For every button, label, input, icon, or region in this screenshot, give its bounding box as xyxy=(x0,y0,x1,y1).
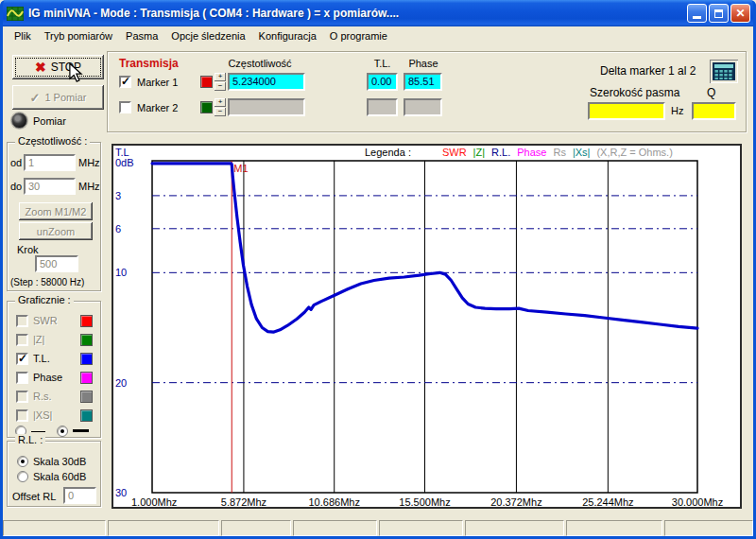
menu-opcje-sledzenia[interactable]: Opcje śledzenia xyxy=(164,28,251,43)
marker1-color-swatch xyxy=(200,76,213,88)
marker1-frequency-field[interactable]: 5.234000 xyxy=(228,73,305,91)
maximize-button[interactable] xyxy=(709,4,729,23)
step-input[interactable]: 500 xyxy=(35,255,78,272)
x-tick-label: 10.686Mhz xyxy=(308,496,359,507)
app-window: IG miniVNA - Mode : Transmisja ( COM4 : … xyxy=(0,0,756,539)
marker2-color-swatch xyxy=(200,101,213,113)
title-bar[interactable]: IG miniVNA - Mode : Transmisja ( COM4 : … xyxy=(0,0,756,26)
y-tick-label: 20 xyxy=(115,377,127,389)
tl-label: T.L. xyxy=(33,353,50,364)
chart-panel: T.L Legenda : SWR |Z| R.L. Phase Rs |Xs|… xyxy=(112,144,742,509)
marker1-spin-down[interactable]: − xyxy=(215,82,226,91)
swr-label: SWR xyxy=(33,315,58,326)
swr-color-swatch xyxy=(80,315,93,327)
calculator-icon xyxy=(713,62,735,80)
step-hz-label: (Step : 58000 Hz) xyxy=(10,277,84,287)
marker1-spinner: + − xyxy=(215,73,226,91)
close-button[interactable]: ✕ xyxy=(730,4,750,23)
status-panel xyxy=(465,520,564,536)
tl-checkbox[interactable] xyxy=(16,353,28,365)
menu-bar: Plik Tryb pomiarów Pasma Opcje śledzenia… xyxy=(3,26,753,45)
stop-x-icon: ✖ xyxy=(35,60,46,75)
xs-label: |XS| xyxy=(33,409,52,421)
from-unit-label: MHz xyxy=(78,157,100,168)
marker2-spin-up[interactable]: + xyxy=(215,98,226,107)
frequency-group: Częstotliwość : od 1 MHz do 30 MHz Zoom … xyxy=(7,142,101,291)
menu-pasma[interactable]: Pasma xyxy=(119,28,164,43)
delta-calc-button[interactable] xyxy=(710,60,738,83)
scale-60db-label: Skala 60dB xyxy=(33,471,86,482)
scale-30db-radio[interactable] xyxy=(17,456,28,467)
rs-label: R.s. xyxy=(33,391,52,402)
marker-m1-label: M1 xyxy=(233,163,248,174)
stop-button[interactable]: ✖ STOP xyxy=(12,55,104,79)
menu-konfiguracja[interactable]: Konfiguracja xyxy=(252,28,323,43)
tl-column-header: T.L. xyxy=(368,58,397,69)
tl-color-swatch xyxy=(80,353,93,365)
minimize-icon xyxy=(693,16,701,19)
window-title: IG miniVNA - Mode : Transmisja ( COM4 : … xyxy=(28,7,399,20)
delta-marker-label: Delta marker 1 al 2 xyxy=(600,64,696,78)
marker2-frequency-field[interactable] xyxy=(228,98,305,116)
check-icon: ✓ xyxy=(30,91,41,105)
rs-checkbox[interactable] xyxy=(16,391,28,403)
marker1-tl-field: 0.00 xyxy=(367,73,398,91)
bandwidth-field xyxy=(588,102,665,120)
from-label: od xyxy=(10,157,22,168)
measure-led xyxy=(11,113,27,129)
mode-label: Transmisja xyxy=(119,57,179,70)
marker2-spinner: + − xyxy=(215,98,226,116)
from-frequency-input[interactable]: 1 xyxy=(24,154,76,171)
marker1-label: Marker 1 xyxy=(137,77,178,88)
y-tick-label: 0dB xyxy=(115,157,134,168)
status-panel xyxy=(293,520,377,536)
scale-60db-radio[interactable] xyxy=(17,471,28,482)
marker2-spin-down[interactable]: − xyxy=(215,108,226,116)
q-field xyxy=(692,102,736,120)
thick-line-sample-icon xyxy=(73,429,89,432)
rl-group: R.L. : Skala 30dB Skala 60dB Offset RL 0 xyxy=(7,441,101,507)
y-tick-label: 3 xyxy=(115,190,121,201)
swr-checkbox[interactable] xyxy=(16,315,28,327)
phase-label: Phase xyxy=(33,372,62,383)
phase-column-header: Phase xyxy=(404,58,442,69)
status-panel xyxy=(108,520,219,536)
zoom-m1-m2-button[interactable]: Zoom M1/M2 xyxy=(19,202,93,220)
mouse-cursor xyxy=(68,62,83,83)
xs-checkbox[interactable] xyxy=(16,409,28,422)
offset-rl-input[interactable]: 0 xyxy=(63,487,96,504)
menu-tryb-pomiarow[interactable]: Tryb pomiarów xyxy=(38,28,119,43)
thin-line-sample-icon xyxy=(31,431,45,432)
marker-panel: Transmisja Marker 1 Marker 2 Częstotliwo… xyxy=(107,51,747,132)
marker1-checkbox[interactable] xyxy=(119,76,131,88)
menu-o-programie[interactable]: O programie xyxy=(323,28,394,43)
offset-rl-label: Offset RL xyxy=(12,491,56,502)
phase-checkbox[interactable] xyxy=(16,372,28,384)
bandwidth-label: Szerokość pasma xyxy=(590,86,679,99)
x-tick-label: 25.244Mhz xyxy=(582,496,633,507)
minimize-button[interactable] xyxy=(687,4,707,23)
unzoom-button[interactable]: unZoom xyxy=(19,222,93,240)
tl-trace-plot: 1.000Mhz5.872Mhz10.686Mhz15.500Mhz20.372… xyxy=(113,146,740,507)
x-tick-label: 20.372Mhz xyxy=(490,496,541,507)
marker2-phase-field xyxy=(404,98,442,116)
marker2-tl-field xyxy=(367,98,398,116)
close-icon: ✕ xyxy=(735,8,745,19)
thick-line-radio[interactable] xyxy=(57,426,68,437)
status-panel xyxy=(664,520,753,536)
z-label: |Z| xyxy=(33,334,44,345)
marker2-checkbox[interactable] xyxy=(119,101,131,113)
app-icon xyxy=(7,7,24,21)
menu-plik[interactable]: Plik xyxy=(8,28,38,43)
status-panel xyxy=(221,520,291,536)
hz-unit-label: Hz xyxy=(671,105,683,116)
graph-traces-group: Graficznie : SWR |Z| T.L. Phase R.s. |XS… xyxy=(7,301,101,438)
z-checkbox[interactable] xyxy=(16,334,28,346)
graph-traces-group-title: Graficznie : xyxy=(15,294,74,305)
to-frequency-input[interactable]: 30 xyxy=(24,178,76,195)
marker1-spin-up[interactable]: + xyxy=(215,73,226,81)
status-panel xyxy=(3,520,106,536)
x-tick-label: 5.872Mhz xyxy=(221,496,266,507)
single-measure-button[interactable]: ✓ 1 Pomiar xyxy=(12,85,104,110)
phase-color-swatch xyxy=(80,372,93,384)
